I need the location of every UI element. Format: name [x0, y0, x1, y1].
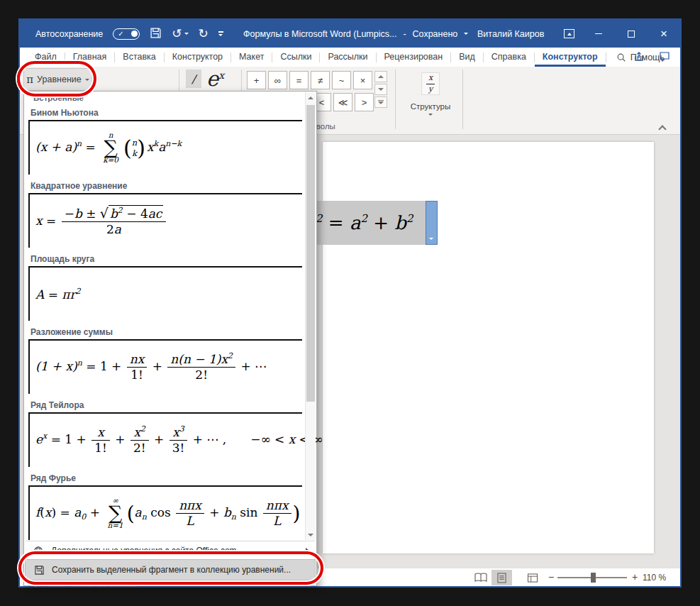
user-name[interactable]: Виталий Каиров	[477, 20, 544, 48]
equation-formula: A = πr2	[35, 287, 81, 302]
ribbon-tab[interactable]: Справка	[484, 48, 534, 67]
zoom-out-button[interactable]: −	[548, 571, 554, 583]
math-token: x	[289, 432, 296, 446]
math-token: n	[77, 358, 82, 368]
equation-dropdown-handle[interactable]	[426, 201, 438, 245]
ribbon-display-options-icon[interactable]	[564, 29, 574, 38]
script-button[interactable]: ex	[206, 67, 224, 91]
math-token: n	[231, 512, 236, 522]
saved-status[interactable]: Сохранено	[413, 29, 458, 39]
math-token: x1!	[91, 425, 110, 456]
share-icon[interactable]	[633, 51, 645, 65]
symbol-button[interactable]: ×	[353, 71, 372, 89]
math-token: 2	[228, 351, 233, 360]
quick-access-toolbar: Автосохранение ✓ ↺ ↻	[35, 20, 223, 48]
structures-button[interactable]: x y Структуры	[403, 68, 458, 133]
symbol-button[interactable]: ≠	[311, 71, 330, 89]
tab-separator	[606, 53, 606, 62]
scroll-down-button[interactable]	[306, 529, 316, 540]
symbol-button[interactable]: +	[247, 71, 266, 89]
undo-button[interactable]: ↺	[172, 28, 188, 40]
search-icon	[616, 53, 626, 62]
collapse-ribbon-icon[interactable]	[658, 125, 666, 133]
math-token: (nk)	[123, 138, 145, 158]
menu-item-clipped[interactable]: Вставить новое уравнение	[25, 582, 316, 587]
ribbon-tab[interactable]: Рецензирован	[377, 48, 451, 67]
math-token: ac	[148, 206, 162, 221]
math-token: =	[82, 140, 99, 154]
math-token: +	[150, 432, 168, 446]
symbol-button[interactable]: ≪	[333, 93, 352, 111]
math-token: +	[86, 505, 104, 519]
math-token: (	[40, 505, 45, 519]
ribbon-tab[interactable]: Макет	[231, 48, 272, 67]
math-token: ∞∑n=1	[107, 497, 123, 529]
web-layout-button[interactable]	[522, 570, 543, 585]
symbol-button[interactable]: ~	[332, 71, 351, 89]
ribbon-tab[interactable]: Главная	[65, 48, 115, 67]
ribbon-tab[interactable]: Файл	[27, 48, 65, 67]
ribbon-tab[interactable]: Вставка	[115, 48, 163, 67]
symbol-button[interactable]: >	[355, 93, 374, 111]
math-token: −∞ <	[250, 432, 288, 446]
autosave-toggle[interactable]: ✓	[113, 28, 140, 40]
equation-gallery-item[interactable]: Бином Ньютона(x + a)n = n∑k=0(nk)xkan−k	[24, 106, 306, 179]
equation-formula: f(x) = a0 + ∞∑n=1(an cos nπxL + bn sin n…	[35, 497, 300, 529]
equation-button[interactable]: π Уравнение	[23, 68, 92, 91]
fraction-structure-icon: x y	[421, 72, 440, 95]
bar-icon	[218, 31, 223, 33]
chevron-down-icon	[428, 114, 433, 116]
math-token: nπxL	[263, 498, 291, 529]
menu-item-label: Сохранить выделенный фрагмент в коллекци…	[52, 565, 291, 575]
equation-text: 2 = a2 + b2	[316, 211, 413, 235]
ribbon-tab[interactable]: Конструктор	[535, 48, 606, 67]
print-layout-button[interactable]	[491, 570, 512, 585]
math-token: n−k	[165, 139, 182, 148]
math-token: πr	[62, 287, 75, 301]
scroll-up-button[interactable]	[374, 71, 387, 82]
menu-item-more-equations[interactable]: Дополнительные уравнения с сайта Office.…	[25, 542, 316, 559]
read-mode-button[interactable]	[470, 570, 491, 585]
equation-title: Ряд Фурье	[24, 471, 306, 485]
menu-item-save-selection[interactable]: Сохранить выделенный фрагмент в коллекци…	[25, 559, 316, 580]
ribbon-tab[interactable]: Вид	[451, 48, 483, 67]
customize-qat-button[interactable]	[218, 31, 223, 36]
math-token: 2!	[133, 441, 146, 455]
scroll-up-button[interactable]	[306, 92, 316, 103]
save-icon[interactable]	[150, 27, 162, 41]
zoom-level[interactable]: 110 %	[643, 573, 666, 583]
math-token: √b2 − 4ac	[100, 206, 164, 221]
math-token: +	[206, 505, 223, 519]
zoom-slider-thumb[interactable]	[591, 573, 596, 583]
symbols-more-button[interactable]	[374, 97, 387, 108]
equation-gallery-item[interactable]: Квадратное уравнениеx = −b ± √b2 − 4ac2a	[24, 179, 306, 252]
comment-icon[interactable]	[659, 51, 670, 65]
redo-icon[interactable]: ↻	[199, 28, 209, 40]
math-token: +	[367, 212, 394, 233]
symbol-button[interactable]: ∞	[268, 71, 287, 89]
ribbon-tab[interactable]: Ссылки	[272, 48, 319, 67]
equation-button-label: Уравнение	[37, 75, 82, 84]
zoom-in-button[interactable]: +	[632, 571, 638, 583]
equation-preview: (1 + x)n = 1 + nx1! + n(n − 1)x22! + ⋯	[28, 339, 302, 394]
ribbon-tab[interactable]: Рассылки	[320, 48, 375, 67]
ribbon-tab[interactable]: Конструктор	[165, 48, 230, 67]
equation-gallery-item[interactable]: Площадь кругаA = πr2	[24, 252, 306, 325]
symbols-row-2: <≪>	[312, 93, 374, 111]
save-icon	[33, 565, 45, 575]
symbol-button[interactable]: =	[289, 71, 309, 89]
close-button[interactable]: ×	[648, 20, 680, 48]
scroll-down-button[interactable]	[374, 84, 387, 95]
math-token: 1!	[130, 368, 143, 382]
maximize-button[interactable]	[615, 20, 648, 48]
equation-gallery-item[interactable]: Разложение суммы(1 + x)n = 1 + nx1! + n(…	[24, 325, 306, 398]
equation-gallery-item[interactable]: Ряд Фурьеf(x) = a0 + ∞∑n=1(an cos nπxL +…	[24, 471, 306, 544]
group-separator	[395, 70, 396, 129]
fraction-button[interactable]: /	[186, 70, 201, 88]
selected-equation[interactable]: 2 = a2 + b2	[307, 201, 426, 245]
math-token: b	[223, 505, 231, 519]
equation-gallery-item[interactable]: Ряд Тейлораex = 1 + x1! + x22! + x33! + …	[24, 398, 306, 471]
math-token: 2	[106, 222, 114, 236]
minimize-button[interactable]	[582, 20, 615, 48]
scrollbar-thumb[interactable]	[306, 105, 315, 402]
